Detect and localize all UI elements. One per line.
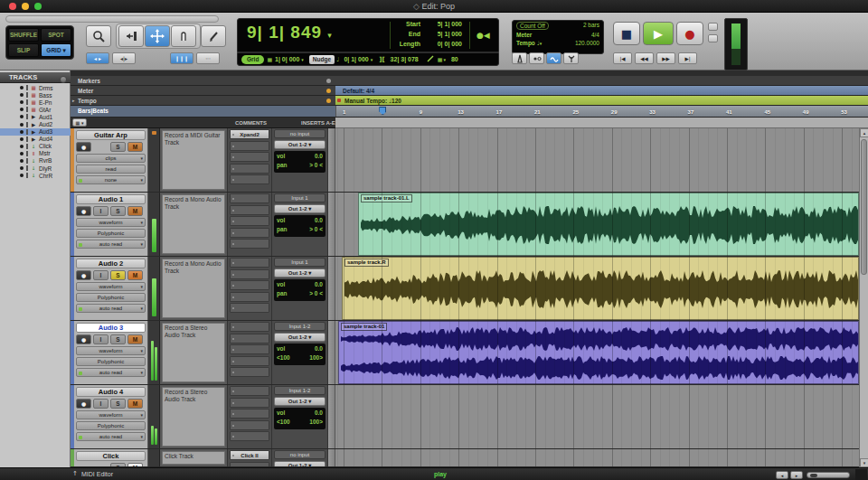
insert-slot[interactable] [230, 431, 269, 441]
elastic-audio-selector[interactable]: Polyphonic [76, 229, 146, 238]
insert-slot[interactable] [230, 334, 269, 344]
comments-cell[interactable]: Record a Mono Audio Track [160, 193, 228, 256]
insert-slot[interactable] [230, 356, 269, 366]
mute-button[interactable]: M [127, 270, 143, 280]
insert-slot[interactable] [230, 292, 269, 302]
record-button[interactable]: ● [76, 399, 91, 409]
audio-zoom-buttons[interactable]: ◂|▸ [112, 52, 136, 64]
conductor-button[interactable] [563, 52, 579, 64]
scroll-down-icon[interactable]: ▾ [860, 458, 868, 467]
zoomer-tool-button[interactable] [86, 25, 111, 47]
tracks-list-header[interactable]: TRACKS [0, 72, 71, 83]
pan-right-value[interactable]: 100> [309, 418, 323, 427]
volume-value[interactable]: 0.0 [315, 152, 323, 161]
record-button[interactable]: ● [76, 206, 91, 216]
tempo-expand-icon[interactable]: ▸ [72, 96, 75, 106]
track-lane[interactable] [335, 385, 859, 448]
vertical-scroll-thumb[interactable] [861, 139, 867, 275]
insert-slot[interactable] [230, 420, 269, 430]
insert-slot[interactable] [230, 269, 269, 279]
pan-left-value[interactable]: pan [277, 289, 288, 298]
selector-tool-button[interactable] [145, 25, 170, 47]
input-monitor-button[interactable]: I [93, 399, 108, 409]
grid-small-icon[interactable]: ▦ [438, 56, 443, 62]
insert-slot[interactable] [230, 216, 269, 226]
pan-left-value[interactable]: pan [277, 161, 288, 170]
volume-value[interactable]: 0.0 [315, 216, 323, 225]
record-button[interactable]: ● [676, 22, 703, 45]
sidebar-item-bass[interactable]: ▦Bass [0, 91, 71, 99]
insert-slot[interactable] [230, 398, 269, 408]
tempo-event-marker[interactable] [337, 99, 341, 102]
pencil-small-icon[interactable] [426, 55, 436, 63]
input-path-selector[interactable]: Input 1 [274, 258, 326, 267]
input-path-selector[interactable]: Input 1-2 [274, 386, 326, 395]
track-show-dot[interactable] [20, 100, 24, 104]
track-view-selector[interactable]: waveform▾ [76, 218, 146, 227]
sidebar-item-gtar[interactable]: ▦GtAr [0, 106, 71, 113]
bars-beats-ruler[interactable]: Bars|Beats 1591317212529333741454953 [71, 106, 868, 118]
track-show-dot[interactable] [20, 108, 24, 111]
start-value[interactable]: 5| 1| 000 [420, 21, 462, 27]
track-show-dot[interactable] [20, 130, 24, 134]
solo-button[interactable]: S [110, 142, 126, 152]
record-button[interactable]: ● [76, 142, 91, 152]
scroll-up-icon[interactable]: ▴ [860, 128, 868, 137]
pre-post-roll-icon[interactable]: ●◀ [476, 31, 490, 40]
track-show-dot[interactable] [20, 123, 24, 127]
elastic-audio-selector[interactable]: read [76, 165, 146, 174]
output-path-selector[interactable]: Out 1-2 ▾ [274, 268, 326, 278]
sidebar-item-aud3[interactable]: ▶Aud3 [0, 128, 71, 136]
input-monitor-button[interactable]: I [93, 334, 108, 344]
solo-button[interactable]: S [110, 334, 126, 344]
insert-slot[interactable] [230, 280, 269, 290]
fast-forward-button[interactable]: ▶▶ [656, 52, 675, 64]
input-monitor-button[interactable]: I [93, 206, 108, 216]
count-off-button[interactable]: Count Off [516, 22, 549, 30]
track-view-selector[interactable]: waveform▾ [76, 282, 146, 291]
midi-merge-button[interactable] [546, 52, 561, 64]
insert-slot[interactable] [230, 409, 269, 419]
track-show-dot[interactable] [20, 137, 24, 141]
count-off-toggle-button[interactable] [529, 52, 544, 64]
track-show-dot[interactable] [20, 86, 24, 89]
grid-value-pill[interactable]: Grid [241, 55, 264, 64]
output-path-selector[interactable]: Out 1-2 ▾ [274, 397, 326, 406]
grid-value[interactable]: 1| 0| 000 [275, 56, 299, 62]
track-view-selector[interactable]: waveform▾ [76, 410, 146, 419]
meter-ruler-band[interactable]: Default: 4/4 [335, 86, 868, 95]
go-to-end-button[interactable]: ▶| [678, 52, 697, 64]
track-lane[interactable] [335, 449, 859, 466]
transport-expand-button-2[interactable] [708, 34, 718, 42]
comments-cell[interactable]: Record a Mono Audio Track [160, 257, 228, 320]
track-lane[interactable]: sample track-01.L [335, 193, 859, 256]
sidebar-item-click[interactable]: ↓Click [0, 143, 71, 150]
pan-left-value[interactable]: <100 [277, 353, 290, 362]
sidebar-item-rvrb[interactable]: ↓RvrB [0, 157, 71, 165]
track-show-dot[interactable] [20, 159, 24, 163]
record-button[interactable]: ● [76, 270, 91, 280]
sidebar-item-drms[interactable]: ▦Drms [0, 84, 71, 91]
mute-button[interactable]: M [127, 142, 143, 152]
track-name-button[interactable]: Audio 2 [76, 259, 146, 268]
ruler-view-selector[interactable]: ▦ ▾ [72, 118, 87, 127]
track-lane[interactable] [335, 128, 859, 192]
insert-slot[interactable] [230, 303, 269, 313]
automation-mode-selector[interactable]: auto read▾ [76, 368, 146, 377]
output-path-selector[interactable]: Out 1-2 ▾ [274, 333, 326, 342]
insert-slot[interactable] [230, 239, 269, 249]
zoom-preset-button[interactable]: ❙❙❙ [170, 52, 193, 64]
midi-editor-label[interactable]: MIDI Editor [81, 468, 113, 480]
mode-spot-button[interactable]: SPOT [41, 28, 71, 42]
title-bar[interactable]: ◇ Edit: Pop [0, 0, 868, 13]
tracks-menu-icon[interactable] [60, 76, 67, 83]
tempo-ruler[interactable]: ▸ Tempo Manual Tempo: ♩120 [71, 96, 868, 106]
add-marker-icon[interactable] [326, 79, 331, 83]
insert-slot[interactable] [230, 344, 269, 354]
markers-ruler[interactable]: Markers [71, 76, 868, 86]
solo-button[interactable]: S [110, 270, 126, 280]
input-monitor-button[interactable]: I [93, 270, 108, 280]
sidebar-item-aud4[interactable]: ▶Aud4 [0, 136, 71, 143]
mute-button[interactable]: M [127, 206, 143, 216]
track-show-dot[interactable] [20, 166, 24, 170]
